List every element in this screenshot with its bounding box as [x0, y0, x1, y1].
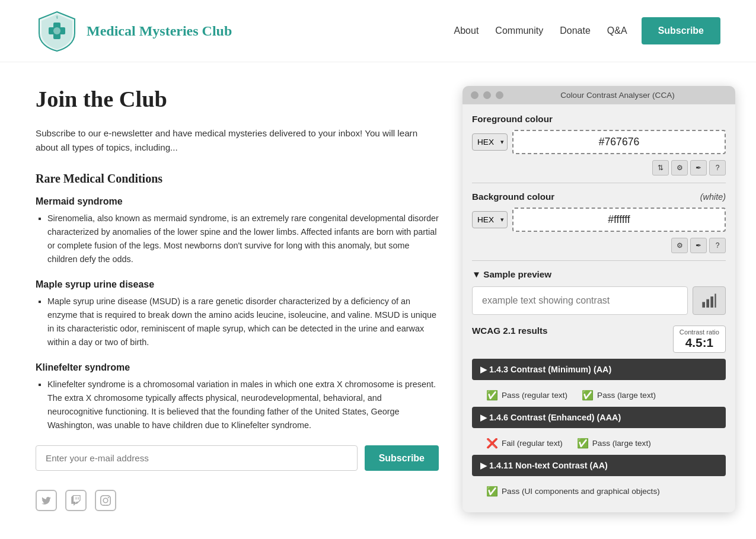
list-item: Maple syrup urine disease (MSUD) is a ra… — [47, 295, 439, 349]
svg-rect-4 — [702, 302, 705, 307]
site-title: Medical Mysteries Club — [87, 23, 232, 39]
wcag-result-block: ▶ 1.4.6 Contrast (Enhanced) (AAA)❌Fail (… — [472, 407, 726, 455]
foreground-format-wrapper: HEXRGBHSL — [472, 133, 508, 151]
result-item: ❌Fail (regular text) — [486, 438, 563, 449]
condition-block: Klinefelter syndrome Klinefelter syndrom… — [36, 362, 439, 432]
main-layout: Join the Club Subscribe to our e-newslet… — [0, 62, 756, 536]
cca-column: Colour Contrast Analyser (CCA) Foregroun… — [462, 86, 735, 512]
background-hex-input[interactable] — [512, 208, 726, 232]
cca-dot-max — [496, 91, 503, 99]
wcag-row: WCAG 2.1 results Contrast ratio 4.5:1 — [472, 326, 726, 353]
bg-eyedropper-button[interactable]: ✒ — [690, 238, 707, 253]
condition-title: Maple syrup urine disease — [36, 279, 439, 290]
svg-point-2 — [53, 27, 60, 34]
instagram-icon[interactable] — [95, 490, 116, 511]
email-input[interactable] — [36, 445, 358, 471]
result-header[interactable]: ▶ 1.4.11 Non-text Contrast (AA) — [472, 455, 726, 476]
result-sub-row: ✅Pass (regular text)✅Pass (large text) — [472, 385, 726, 407]
foreground-tools-row: ⇅ ⚙ ✒ ? — [472, 160, 726, 176]
fg-swap-button[interactable]: ⇅ — [652, 160, 669, 176]
contrast-ratio-box: Contrast ratio 4.5:1 — [673, 326, 726, 353]
fg-settings-button[interactable]: ⚙ — [671, 160, 688, 176]
subscribe-form: Subscribe — [36, 445, 439, 471]
list-item: Klinefelter syndrome is a chromosomal va… — [47, 378, 439, 432]
condition-list: Klinefelter syndrome is a chromosomal va… — [36, 378, 439, 432]
condition-list: Maple syrup urine disease (MSUD) is a ra… — [36, 295, 439, 349]
result-item: ✅Pass (large text) — [577, 438, 651, 449]
svg-rect-5 — [706, 299, 709, 308]
condition-title: Klinefelter syndrome — [36, 362, 439, 373]
foreground-hex-input[interactable] — [512, 130, 726, 154]
subscribe-form-button[interactable]: Subscribe — [365, 445, 439, 471]
foreground-format-select[interactable]: HEXRGBHSL — [472, 133, 508, 151]
twitch-icon[interactable] — [65, 490, 87, 511]
nav-community[interactable]: Community — [495, 25, 543, 36]
result-sub-row: ❌Fail (regular text)✅Pass (large text) — [472, 433, 726, 455]
fg-eyedropper-button[interactable]: ✒ — [690, 160, 707, 176]
logo-icon: ⚕ — [36, 9, 78, 52]
social-icons — [36, 490, 439, 511]
page-title: Join the Club — [36, 86, 439, 112]
svg-text:⚕: ⚕ — [56, 15, 58, 20]
contrast-ratio-label: Contrast ratio — [680, 328, 719, 336]
background-format-wrapper: HEXRGBHSL — [472, 211, 508, 228]
results-container: ▶ 1.4.3 Contrast (Minimum) (AA)✅Pass (re… — [472, 359, 726, 503]
intro-text: Subscribe to our e-newsletter and have m… — [36, 126, 439, 155]
contrast-ratio-value: 4.5:1 — [680, 336, 719, 350]
nav-donate[interactable]: Donate — [560, 25, 591, 36]
background-tools-row: ⚙ ✒ ? — [472, 238, 726, 253]
result-item: ✅Pass (UI components and graphical objec… — [486, 486, 660, 497]
pass-icon: ✅ — [582, 390, 594, 401]
nav-qa[interactable]: Q&A — [607, 25, 627, 36]
pass-icon: ✅ — [577, 438, 589, 449]
svg-rect-7 — [714, 294, 716, 307]
fg-help-button[interactable]: ? — [709, 160, 726, 176]
cca-dot-close — [471, 91, 479, 99]
bg-settings-button[interactable]: ⚙ — [671, 238, 688, 253]
wcag-result-block: ▶ 1.4.11 Non-text Contrast (AA)✅Pass (UI… — [472, 455, 726, 503]
result-label: ▶ 1.4.3 Contrast (Minimum) (AA) — [480, 365, 611, 374]
condition-block: Maple syrup urine disease Maple syrup ur… — [36, 279, 439, 349]
twitter-icon[interactable] — [36, 490, 57, 511]
fail-icon: ❌ — [486, 438, 498, 449]
nav-about[interactable]: About — [454, 25, 479, 36]
foreground-color-row: HEXRGBHSL — [472, 130, 726, 154]
result-text: Pass (large text) — [592, 439, 651, 448]
condition-list: Sirenomelia, also known as mermaid syndr… — [36, 212, 439, 266]
navbar: ⚕ Medical Mysteries Club About Community… — [0, 0, 756, 62]
background-format-select[interactable]: HEXRGBHSL — [472, 211, 508, 228]
result-text: Pass (regular text) — [502, 391, 567, 400]
cca-divider-2 — [472, 260, 726, 261]
background-label: Background colour — [472, 192, 554, 202]
cca-titlebar: Colour Contrast Analyser (CCA) — [462, 86, 735, 104]
nav-subscribe-button[interactable]: Subscribe — [642, 17, 720, 44]
svg-rect-6 — [710, 296, 713, 308]
section-heading: Rare Medical Conditions — [36, 172, 439, 186]
nav-links: About Community Donate Q&A — [454, 25, 627, 36]
background-white-label: (white) — [700, 192, 726, 202]
wcag-label: WCAG 2.1 results — [472, 326, 547, 336]
cca-dot-min — [483, 91, 491, 99]
pass-icon: ✅ — [486, 390, 498, 401]
result-text: Pass (UI components and graphical object… — [502, 487, 660, 496]
list-item: Sirenomelia, also known as mermaid syndr… — [47, 212, 439, 266]
result-header[interactable]: ▶ 1.4.3 Contrast (Minimum) (AA) — [472, 359, 726, 380]
conditions-container: Mermaid syndrome Sirenomelia, also known… — [36, 196, 439, 433]
bg-help-button[interactable]: ? — [709, 238, 726, 253]
background-color-row: HEXRGBHSL — [472, 208, 726, 232]
cca-window: Colour Contrast Analyser (CCA) Foregroun… — [462, 86, 735, 512]
logo-area: ⚕ Medical Mysteries Club — [36, 9, 232, 52]
sample-preview-row: example text showing contrast — [472, 286, 726, 315]
content-column: Join the Club Subscribe to our e-newslet… — [36, 86, 439, 512]
result-header[interactable]: ▶ 1.4.6 Contrast (Enhanced) (AAA) — [472, 407, 726, 428]
condition-title: Mermaid syndrome — [36, 196, 439, 207]
foreground-label: Foreground colour — [472, 114, 726, 124]
cca-title: Colour Contrast Analyser (CCA) — [508, 91, 727, 100]
result-item: ✅Pass (regular text) — [486, 390, 567, 401]
pass-icon: ✅ — [486, 486, 498, 497]
result-text: Fail (regular text) — [502, 439, 563, 448]
wcag-result-block: ▶ 1.4.3 Contrast (Minimum) (AA)✅Pass (re… — [472, 359, 726, 407]
chart-view-button[interactable] — [693, 286, 726, 315]
condition-block: Mermaid syndrome Sirenomelia, also known… — [36, 196, 439, 266]
result-item: ✅Pass (large text) — [582, 390, 656, 401]
